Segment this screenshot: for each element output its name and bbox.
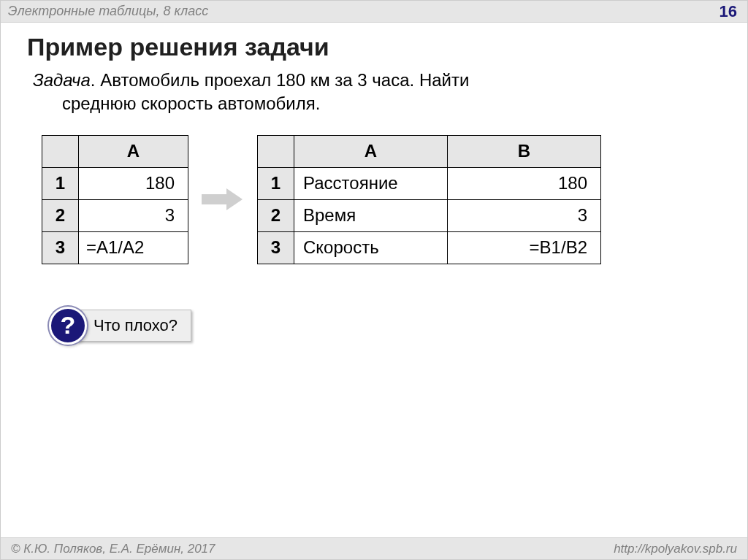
- page-number: 16: [720, 2, 737, 21]
- cell-a2: Время: [294, 199, 448, 231]
- copyright: © К.Ю. Поляков, Е.А. Ерёмин, 2017: [11, 542, 215, 556]
- arrow-right-icon: [202, 188, 244, 210]
- row-header: 3: [258, 231, 294, 264]
- footer-bar: © К.Ю. Поляков, Е.А. Ерёмин, 2017 http:/…: [1, 537, 747, 559]
- row-header: 2: [42, 199, 79, 231]
- subject-label: Электронные таблицы, 8 класс: [8, 4, 208, 19]
- slide: Электронные таблицы, 8 класс 16 Пример р…: [0, 0, 748, 560]
- cell-b2: 3: [448, 199, 601, 231]
- footer-url: http://kpolyakov.spb.ru: [614, 542, 737, 556]
- task-text: Задача. Автомобиль проехал 180 км за 3 ч…: [1, 69, 747, 116]
- cell-a1: 180: [79, 167, 188, 199]
- col-header-a: A: [79, 135, 188, 167]
- question-mark-icon: ?: [49, 307, 87, 345]
- cell-a3: Скорость: [294, 231, 448, 264]
- cell-a1: Расстояние: [294, 167, 448, 199]
- task-line1: . Автомобиль проехал 180 км за 3 часа. Н…: [91, 70, 470, 90]
- cell-a2: 3: [79, 199, 188, 231]
- cell-b3: =B1/B2: [448, 231, 601, 264]
- row-header: 1: [258, 167, 294, 199]
- spreadsheet-simple: A 1 180 2 3 3 =A1/A2: [42, 135, 188, 264]
- row-header: 1: [42, 167, 79, 199]
- cell-b1: 180: [448, 167, 601, 199]
- top-bar: Электронные таблицы, 8 класс 16: [1, 1, 747, 23]
- question-text: Что плохо?: [77, 310, 191, 342]
- tables-row: A 1 180 2 3 3 =A1/A2 A B: [1, 116, 747, 264]
- row-header: 2: [258, 199, 294, 231]
- col-header-b: B: [448, 135, 601, 167]
- col-header-a: A: [294, 135, 448, 167]
- corner-cell: [42, 135, 79, 167]
- spreadsheet-labeled: A B 1 Расстояние 180 2 Время 3 3 Скорост…: [257, 135, 601, 264]
- question-callout: ? Что плохо?: [49, 307, 747, 345]
- slide-title: Пример решения задачи: [1, 23, 747, 69]
- row-header: 3: [42, 231, 79, 264]
- cell-a3: =A1/A2: [79, 231, 188, 264]
- task-label: Задача: [33, 70, 91, 90]
- corner-cell: [258, 135, 294, 167]
- task-line2: среднюю скорость автомобиля.: [33, 92, 718, 115]
